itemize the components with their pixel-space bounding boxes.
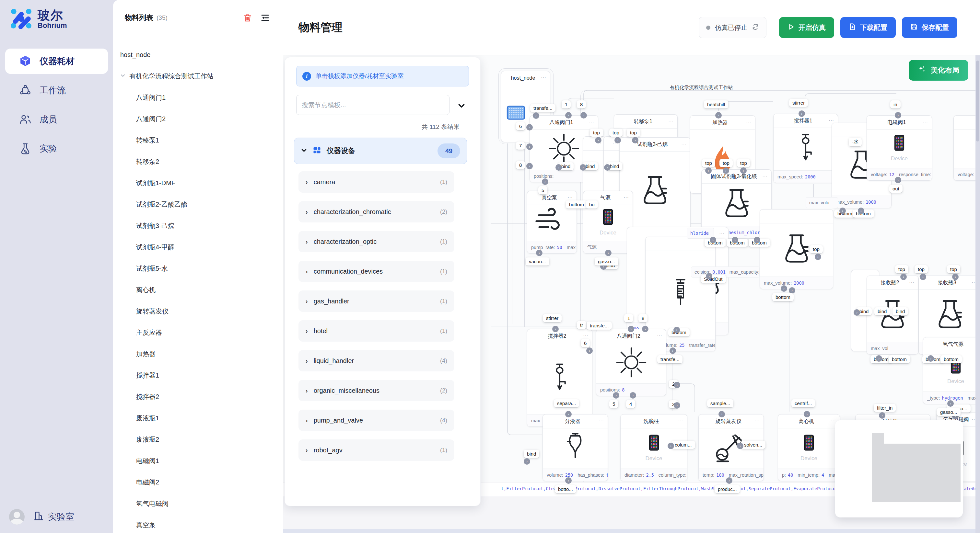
port-dot[interactable]: › <box>754 237 760 243</box>
port-dot[interactable]: › <box>581 112 587 119</box>
port-chip[interactable]: produc... <box>714 485 740 493</box>
sidebar-item-experiments[interactable]: 实验 <box>5 136 108 161</box>
port-dot[interactable]: › <box>628 326 634 332</box>
node-menu-icon[interactable]: ⋯ <box>681 141 687 147</box>
port-dot[interactable]: › <box>565 411 572 417</box>
tree-item[interactable]: 真空泵 <box>113 514 283 533</box>
tree-item[interactable]: 加热器 <box>113 343 283 365</box>
tree-item[interactable]: 主反应器 <box>113 322 283 343</box>
download-config-button[interactable]: 下载配置 <box>840 17 896 38</box>
template-item-robot_agv[interactable]: ›robot_agv(1) <box>299 439 454 461</box>
tree-item[interactable]: 转移泵2 <box>113 151 283 172</box>
port-chip[interactable]: bind <box>874 307 890 316</box>
port-chip[interactable]: top <box>609 128 622 136</box>
canvas-node-搅拌器1[interactable]: 搅拌器1⋯max_speed:2000 <box>773 114 838 183</box>
tree-item[interactable]: 试剂瓶1-DMF <box>113 172 283 194</box>
port-dot[interactable]: › <box>740 167 747 174</box>
port-dot[interactable]: › <box>614 137 621 143</box>
port-chip[interactable]: bottom <box>940 355 962 363</box>
port-dot[interactable]: › <box>604 164 611 171</box>
port-chip[interactable]: 8 <box>516 161 525 169</box>
port-chip[interactable]: top <box>627 128 640 136</box>
canvas-node-氢气气源[interactable]: 氢气气源⋯Device_type:hydrogenmax_pre <box>923 337 980 404</box>
port-dot[interactable]: › <box>533 113 539 119</box>
collapse-list-icon[interactable] <box>260 13 270 23</box>
port-chip[interactable]: 8 <box>577 100 586 108</box>
tree-item[interactable]: 试剂瓶4-甲醇 <box>113 236 283 258</box>
port-chip[interactable]: bind <box>892 307 908 316</box>
panel-collapse-chevron-icon[interactable] <box>457 101 466 112</box>
vertical-scrollbar[interactable] <box>975 56 980 533</box>
node-menu-icon[interactable]: ⋯ <box>583 332 589 338</box>
port-dot[interactable]: › <box>565 477 572 484</box>
template-item-characterization_optic[interactable]: ›characterization_optic(1) <box>299 231 454 252</box>
port-chip[interactable]: -水 <box>849 138 862 146</box>
port-dot[interactable]: › <box>630 392 636 399</box>
tree-item[interactable]: 试剂瓶2-乙酸乙酯 <box>113 194 283 215</box>
port-chip[interactable]: transfe... <box>587 322 612 330</box>
port-dot[interactable]: › <box>526 143 533 150</box>
node-menu-icon[interactable]: ⋯ <box>824 213 830 219</box>
tree-item[interactable]: 试剂瓶5-水 <box>113 258 283 279</box>
port-dot[interactable]: › <box>789 287 795 294</box>
tree-item[interactable]: 八通阀门2 <box>113 108 283 130</box>
node-menu-icon[interactable]: ⋯ <box>568 194 573 200</box>
tree-item[interactable]: 搅拌器2 <box>113 386 283 408</box>
port-chip[interactable]: filter_in <box>874 404 896 412</box>
port-chip[interactable]: 8 <box>638 314 648 322</box>
canvas-node-离心机[interactable]: 离心机⋯Devicep:40min_temp:4max_spe <box>778 414 840 481</box>
sidebar-item-instruments[interactable]: 仪器耗材 <box>5 49 108 74</box>
port-chip[interactable]: botto... <box>555 485 576 493</box>
template-item-camera[interactable]: ›camera(1) <box>299 171 454 193</box>
tree-item[interactable]: 电磁阀1 <box>113 450 283 471</box>
horizontal-scrollbar[interactable] <box>283 529 980 533</box>
tree-item[interactable]: 废液瓶2 <box>113 429 283 450</box>
port-dot[interactable]: › <box>613 392 619 399</box>
template-item-characterization_chromatic[interactable]: ›characterization_chromatic(2) <box>299 201 454 222</box>
port-chip[interactable]: top <box>590 128 603 136</box>
trash-icon[interactable] <box>243 13 253 23</box>
port-dot[interactable]: › <box>670 347 676 354</box>
tree-group-workstation[interactable]: 有机化学流程综合测试工作站 <box>113 65 283 87</box>
port-dot[interactable]: › <box>895 177 901 183</box>
node-menu-icon[interactable]: ⋯ <box>678 417 684 424</box>
node-menu-icon[interactable]: ⋯ <box>829 117 835 123</box>
port-dot[interactable]: › <box>580 164 586 171</box>
port-dot[interactable]: › <box>876 355 882 362</box>
port-dot[interactable]: › <box>726 477 732 484</box>
port-dot[interactable]: › <box>804 411 810 417</box>
port-chip[interactable]: solven... <box>741 441 765 449</box>
port-dot[interactable]: › <box>586 347 593 354</box>
port-dot[interactable]: › <box>526 124 533 130</box>
tree-item[interactable]: 废液瓶1 <box>113 408 283 429</box>
tree-item[interactable]: 搅拌器1 <box>113 365 283 386</box>
port-chip[interactable]: stirrer <box>543 314 562 322</box>
port-chip[interactable]: 7 <box>516 141 525 150</box>
node-menu-icon[interactable]: ⋯ <box>746 119 752 125</box>
tree-item[interactable]: 离心机 <box>113 279 283 300</box>
tree-item[interactable]: 转移泵1 <box>113 130 283 151</box>
port-dot[interactable]: › <box>715 112 722 119</box>
port-chip[interactable]: 6 <box>581 339 590 347</box>
port-dot[interactable]: › <box>815 254 821 260</box>
template-item-hotel[interactable]: ›hotel(1) <box>299 320 454 342</box>
port-chip[interactable]: bottom <box>566 200 587 209</box>
user-avatar[interactable] <box>9 509 25 525</box>
canvas-node-分液器[interactable]: 分液器⋯volume:250has_phases:true <box>542 414 608 481</box>
port-chip[interactable]: colum... <box>671 441 695 449</box>
minimap[interactable] <box>835 420 963 517</box>
port-chip[interactable]: bo <box>586 200 598 209</box>
template-item-organic_miscellaneous[interactable]: ›organic_miscellaneous(2) <box>299 380 454 401</box>
port-dot[interactable]: › <box>668 443 674 449</box>
port-dot[interactable]: › <box>732 237 738 243</box>
port-dot[interactable]: › <box>858 208 864 214</box>
port-dot[interactable]: › <box>605 250 611 256</box>
canvas-node-电磁阀1[interactable]: 电磁阀1⋯Devicevoltage:12response_time:0.1 <box>867 115 932 181</box>
port-chip[interactable]: vacuu... <box>526 257 549 265</box>
save-config-button[interactable]: 保存配置 <box>902 17 957 38</box>
port-chip[interactable]: 1 <box>624 314 633 322</box>
template-item-liquid_handler[interactable]: ›liquid_handler(4) <box>299 350 454 371</box>
port-dot[interactable]: › <box>737 443 743 449</box>
port-chip[interactable]: centrif... <box>791 399 815 408</box>
port-chip[interactable]: 5 <box>609 400 618 408</box>
